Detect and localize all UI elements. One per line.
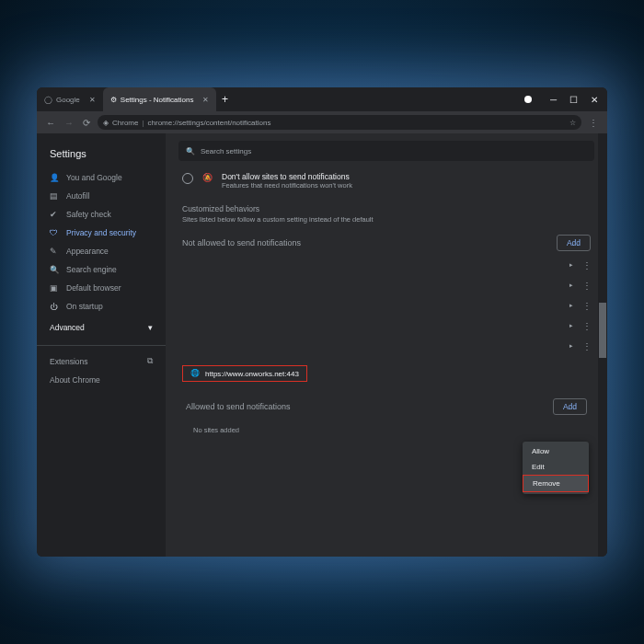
chevron-right-icon[interactable]: ▸ [569,282,573,289]
chevron-down-icon: ▾ [148,323,153,332]
sidebar-item-on-startup[interactable]: ⏻ On startup [37,297,166,316]
customized-heading: Customized behaviors [178,195,594,215]
page-title: Settings [37,143,166,168]
search-settings-input[interactable]: 🔍 Search settings [178,141,594,161]
sidebar-item-label: Safety check [66,210,111,219]
tab-label: Google [56,96,80,104]
sidebar-item-search-engine[interactable]: 🔍 Search engine [37,260,166,279]
globe-icon: ◯ [44,96,52,104]
site-row: ▸ ⋮ [178,255,594,275]
allowed-heading: Allowed to send notifications [186,402,291,411]
search-icon: 🔍 [50,265,59,274]
chevron-right-icon[interactable]: ▸ [569,261,573,269]
close-icon[interactable]: ✕ [89,96,96,104]
forward-icon[interactable]: → [63,118,75,128]
titlebar: ◯ Google ✕ ⚙ Settings - Notifications ✕ … [37,87,607,111]
sidebar-item-label: Search engine [66,265,117,274]
more-icon[interactable]: ⋮ [582,341,591,351]
settings-main: 🔍 Search settings 🔕 Don't allow sites to… [166,133,607,557]
chrome-window: ◯ Google ✕ ⚙ Settings - Notifications ✕ … [37,87,607,557]
tabstrip: ◯ Google ✕ ⚙ Settings - Notifications ✕ … [37,87,233,111]
add-button[interactable]: Add [553,398,587,415]
address-bar[interactable]: ◈ Chrome | chrome://settings/content/not… [98,115,581,130]
maximize-icon[interactable]: ☐ [569,95,578,105]
site-row: ▸ ⋮ [178,295,594,316]
profile-avatar[interactable] [524,96,532,103]
globe-icon: 🌐 [190,369,200,378]
settings-scroll[interactable]: 🔕 Don't allow sites to send notification… [166,167,607,557]
search-placeholder: Search settings [201,147,251,155]
new-tab-button[interactable]: + [216,87,233,111]
sidebar-advanced-toggle[interactable]: Advanced ▾ [37,316,166,339]
sidebar-item-autofill[interactable]: ▤ Autofill [37,187,166,205]
back-icon[interactable]: ← [44,118,57,128]
chevron-right-icon[interactable]: ▸ [569,342,573,350]
customized-subtitle: Sites listed below follow a custom setti… [178,215,594,231]
chevron-right-icon[interactable]: ▸ [569,322,573,329]
menu-item-allow[interactable]: Allow [523,443,589,459]
browser-icon: ▣ [50,283,59,293]
more-icon[interactable]: ⋮ [582,260,591,270]
bookmark-icon[interactable]: ☆ [569,119,576,127]
toolbar: ← → ⟳ ◈ Chrome | chrome://settings/conte… [37,111,607,133]
tab-label: Settings - Notifications [121,96,194,104]
site-row-highlighted[interactable]: 🌐 https://www.onworks.net:443 [182,365,307,382]
scheme-label: Chrome [112,119,138,127]
advanced-label: Advanced [50,323,85,332]
sidebar-item-you-and-google[interactable]: 👤 You and Google [37,168,166,187]
scrollbar-thumb[interactable] [599,303,606,358]
tab-settings[interactable]: ⚙ Settings - Notifications ✕ [103,87,217,111]
add-button[interactable]: Add [557,235,591,251]
radio-dont-allow[interactable]: 🔕 Don't allow sites to send notification… [178,167,594,195]
url-text: chrome://settings/content/notifications [148,119,271,127]
menu-icon[interactable]: ⋮ [587,118,600,128]
chrome-icon: ◈ [103,119,109,127]
empty-state: No sites added [182,419,591,442]
person-icon: 👤 [50,173,59,182]
scrollbar[interactable] [598,133,607,557]
sidebar-item-label: Privacy and security [66,228,136,237]
radio-subtitle: Features that need notifications won't w… [222,181,352,190]
sidebar-item-label: Default browser [66,283,121,293]
sidebar-about-chrome[interactable]: About Chrome [37,371,166,389]
more-icon[interactable]: ⋮ [582,281,591,291]
radio-title: Don't allow sites to send notifications [222,172,352,181]
sidebar-item-appearance[interactable]: ✎ Appearance [37,242,166,260]
paint-icon: ✎ [50,247,59,256]
sidebar-item-default-browser[interactable]: ▣ Default browser [37,279,166,297]
reload-icon[interactable]: ⟳ [81,118,92,128]
divider [37,345,166,346]
menu-item-edit[interactable]: Edit [523,459,589,475]
radio-icon[interactable] [182,173,193,184]
tab-google[interactable]: ◯ Google ✕ [37,87,103,111]
sidebar-item-label: Appearance [66,247,109,256]
sidebar-item-label: On startup [66,302,103,311]
menu-item-remove[interactable]: Remove [523,475,589,492]
chevron-right-icon[interactable]: ▸ [569,302,573,309]
sidebar-item-label: You and Google [66,173,122,182]
sidebar-item-privacy[interactable]: 🛡 Privacy and security [37,224,166,242]
window-controls: ─ ☐ ✕ [524,95,607,105]
gear-icon: ⚙ [110,96,117,104]
sidebar-extensions[interactable]: Extensions ⧉ [37,351,166,371]
close-icon[interactable]: ✕ [202,96,209,104]
site-row: ▸ ⋮ [178,275,594,295]
extensions-label: Extensions [50,357,88,366]
allowed-header: Allowed to send notifications Add [182,395,591,419]
sidebar-item-safety-check[interactable]: ✔ Safety check [37,205,166,224]
more-icon[interactable]: ⋮ [582,321,591,331]
minimize-icon[interactable]: ─ [550,95,557,105]
open-external-icon: ⧉ [147,356,153,366]
site-row: ▸ ⋮ [178,316,594,336]
site-url: https://www.onworks.net:443 [205,370,299,378]
shield-icon: 🛡 [50,228,59,237]
power-icon: ⏻ [50,302,59,311]
about-label: About Chrome [50,375,100,385]
not-allowed-heading: Not allowed to send notifications [182,238,301,247]
site-row: ▸ ⋮ [178,336,594,356]
bell-off-icon: 🔕 [202,173,213,182]
more-icon[interactable]: ⋮ [582,301,591,311]
close-icon[interactable]: ✕ [591,95,598,105]
not-allowed-header: Not allowed to send notifications Add [178,231,594,255]
context-menu: Allow Edit Remove [523,442,589,494]
